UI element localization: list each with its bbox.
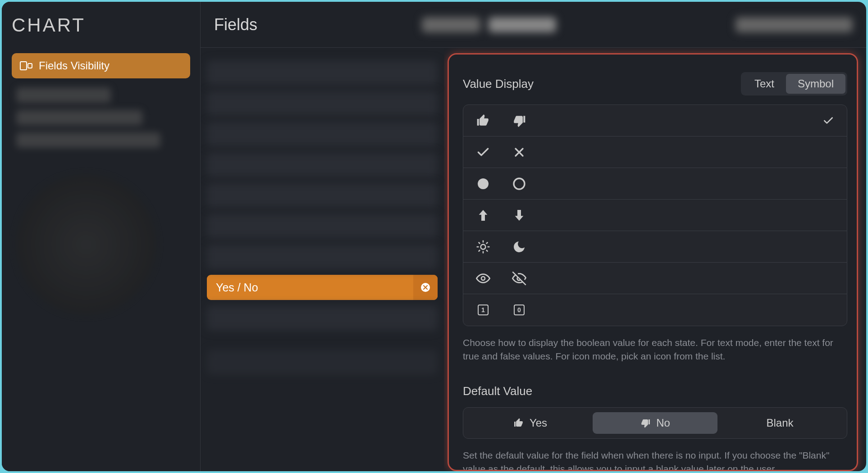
svg-point-3 (478, 178, 489, 189)
x-icon (512, 145, 526, 159)
sun-icon (476, 240, 490, 254)
topbar: Fields (201, 2, 866, 48)
add-field-row (207, 350, 438, 375)
default-no-label: No (656, 417, 670, 429)
field-row-blurred (207, 305, 438, 331)
field-row-yes-no[interactable]: Yes / No (207, 275, 438, 300)
default-value-help: Set the default value for the field when… (463, 449, 847, 471)
moon-icon (512, 240, 526, 254)
default-yes-label: Yes (530, 417, 547, 429)
seg-symbol[interactable]: Symbol (786, 74, 845, 94)
symbol-row-eye[interactable] (463, 263, 847, 294)
main: Fields Yes / No (200, 2, 866, 471)
field-row-blurred (207, 60, 438, 86)
default-yes[interactable]: Yes (468, 412, 593, 434)
sidebar-item-label: Fields Visibility (39, 59, 110, 72)
thumbs-up-icon (513, 418, 524, 428)
fields-visibility-icon (20, 61, 32, 70)
symbol-list: 1 0 (463, 105, 847, 326)
app-window: CHART Fields Visibility Fields (2, 2, 866, 471)
svg-point-6 (481, 277, 485, 280)
symbol-row-one-zero[interactable]: 1 0 (463, 294, 847, 326)
zero-badge-icon: 0 (512, 303, 526, 317)
field-remove-button[interactable] (413, 275, 438, 300)
selected-check-icon (822, 115, 834, 127)
arrow-up-icon (476, 208, 490, 223)
circle-filled-icon (476, 177, 490, 191)
default-value-segment: Yes No Blank (463, 407, 847, 439)
sidebar-item-fields-visibility[interactable]: Fields Visibility (12, 53, 190, 78)
symbol-row-check-x[interactable] (463, 136, 847, 168)
one-badge-icon: 1 (476, 303, 490, 317)
topbar-blurred (422, 17, 853, 32)
symbol-row-thumbs[interactable] (463, 105, 847, 136)
sidebar-blurred-content (12, 87, 190, 314)
default-blank-label: Blank (766, 417, 793, 429)
default-blank[interactable]: Blank (717, 412, 842, 434)
svg-point-4 (514, 178, 525, 189)
field-row-blurred (207, 91, 438, 116)
field-row-blurred (207, 122, 438, 147)
settings-panel: Value Display Text Symbol (444, 48, 866, 471)
symbol-row-circles[interactable] (463, 168, 847, 200)
default-value-title: Default Value (463, 384, 847, 398)
circle-outline-icon (512, 177, 526, 191)
display-mode-segment: Text Symbol (741, 72, 847, 96)
topbar-title: Fields (214, 15, 257, 34)
fields-column: Yes / No (201, 48, 444, 471)
value-display-help: Choose how to display the boolean value … (463, 336, 847, 364)
content: Yes / No Value Display Text Symbol (201, 48, 866, 471)
sidebar: CHART Fields Visibility (2, 2, 200, 471)
svg-rect-1 (28, 64, 32, 68)
value-display-header: Value Display Text Symbol (463, 72, 847, 96)
field-row-blurred (207, 244, 438, 269)
value-display-title: Value Display (463, 77, 534, 91)
thumbs-up-icon (476, 114, 490, 128)
field-row-blurred (207, 152, 438, 177)
close-circle-icon (420, 282, 430, 292)
thumbs-down-icon (640, 418, 651, 428)
symbol-row-arrows[interactable] (463, 200, 847, 231)
svg-point-5 (481, 244, 486, 249)
field-label: Yes / No (207, 281, 413, 294)
field-row-blurred (207, 214, 438, 239)
eye-off-icon (512, 271, 526, 286)
seg-text[interactable]: Text (743, 74, 786, 94)
sidebar-title: CHART (12, 14, 190, 36)
arrow-down-icon (512, 208, 526, 223)
check-icon (476, 145, 490, 159)
svg-rect-0 (20, 62, 27, 70)
eye-icon (476, 271, 490, 286)
default-no[interactable]: No (593, 412, 717, 434)
symbol-row-sun-moon[interactable] (463, 231, 847, 263)
field-row-blurred (207, 183, 438, 208)
thumbs-down-icon (512, 114, 526, 128)
